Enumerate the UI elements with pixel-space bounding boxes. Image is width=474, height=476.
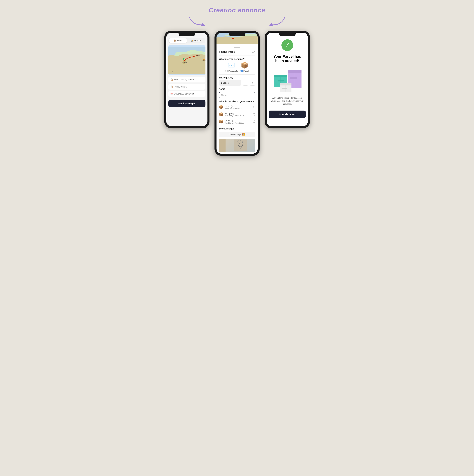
radio-other[interactable]	[253, 120, 255, 123]
boxes-illustration	[271, 67, 304, 93]
phone-1: 📦 Send 🚚 Deliver	[164, 31, 210, 128]
phone-3: ✓ Your Parcel has been created!	[265, 31, 310, 128]
date-input[interactable]: 📅 24/05/2023-25/5/2023	[168, 91, 206, 97]
divider-1	[219, 55, 255, 56]
phone-1-screen: 📦 Send 🚚 Deliver	[166, 33, 208, 126]
divider-2	[219, 74, 255, 75]
svg-point-4	[184, 58, 185, 60]
svg-point-14	[232, 38, 234, 39]
location-icon-1: 📋	[170, 78, 173, 81]
send-icon-1: 📦	[174, 39, 176, 42]
info-xlarge: i	[232, 113, 234, 115]
select-image-label: Select Image	[229, 133, 241, 136]
svg-rect-15	[234, 139, 247, 151]
parcel-step: 1/4	[252, 51, 255, 53]
parcel-icon: 📦	[241, 62, 248, 69]
size-other-icon: 📦	[219, 119, 223, 124]
sketch-illustration	[234, 139, 247, 151]
quantity-input[interactable]: 1 Boxes	[219, 80, 241, 86]
size-xlarge-icon: 📦	[219, 112, 223, 117]
section-size: What is the size of your parcel?	[219, 100, 255, 103]
success-icon: ✓	[281, 39, 293, 51]
svg-text:Palermo: Palermo	[204, 51, 205, 53]
quantity-row: 1 Boxes − +	[219, 80, 255, 86]
size-xlarge[interactable]: 📦 XLarge i Max 155Kg 150cm*150cm	[219, 111, 255, 118]
qty-minus-button[interactable]: −	[243, 80, 248, 86]
type-documents[interactable]: ✉️ Documents	[225, 62, 238, 72]
section-name: Name	[219, 88, 255, 91]
radio-large[interactable]	[253, 106, 255, 108]
location-icon-2: 📋	[170, 85, 173, 88]
documents-label: Documents	[228, 70, 238, 72]
radio-xlarge[interactable]	[253, 113, 255, 116]
image-upload-icon: 🖼️	[242, 133, 245, 136]
phone-1-notch	[178, 33, 195, 36]
img-thumb-small	[219, 139, 226, 152]
location-text-2: Tunis, Tunisia	[174, 86, 187, 88]
location-input-1[interactable]: 📋 Djerba Midun, Tunisia	[168, 77, 206, 83]
svg-rect-25	[290, 77, 297, 79]
svg-rect-21	[278, 80, 284, 82]
svg-marker-0	[201, 23, 205, 26]
back-button[interactable]: ‹	[219, 50, 220, 53]
radio-documents[interactable]	[225, 70, 228, 72]
success-description: Waiting for a transporter to accept your…	[267, 97, 308, 105]
drag-handle	[216, 44, 258, 49]
size-large-icon: 📦	[219, 105, 223, 109]
date-text: 24/05/2023-25/5/2023	[174, 93, 194, 95]
image-preview	[219, 139, 255, 152]
phone-2-screen: Palermo ‹ Send Parcel 1/4 What are you s…	[216, 33, 258, 154]
calendar-icon: 📅	[170, 93, 173, 95]
info-other: i	[231, 120, 233, 122]
radio-parcel[interactable]	[240, 70, 243, 72]
parcel-title: Send Parcel	[221, 50, 236, 53]
phones-container: 📦 Send 🚚 Deliver	[164, 31, 310, 156]
qty-plus-button[interactable]: +	[250, 80, 255, 86]
send-type-row: ✉️ Documents 📦 Parcel	[216, 62, 258, 74]
quantity-section: Entre quanty 1 Boxes − +	[216, 75, 258, 87]
location-text-1: Djerba Midun, Tunisia	[174, 78, 194, 81]
select-image-button[interactable]: Select Image 🖼️	[219, 132, 255, 137]
svg-marker-1	[269, 23, 273, 26]
section-quantity: Entre quanty	[219, 76, 255, 79]
phone-2-notch	[229, 33, 246, 36]
size-other[interactable]: 📦 Other i Max 200Kg 200cm*200cm	[219, 118, 255, 125]
parcel-label: Parcel	[244, 70, 249, 72]
deliver-icon-1: 🚚	[191, 39, 193, 42]
tab-send-1[interactable]: 📦 Send	[169, 38, 187, 43]
parcel-header: ‹ Send Parcel 1/4	[216, 49, 258, 55]
svg-text:Google: Google	[170, 71, 173, 73]
section-what-sending: What are you sending?	[216, 56, 258, 62]
phone-3-notch	[279, 33, 296, 36]
name-section: Name Name	[216, 87, 258, 99]
img-thumb-large	[226, 139, 255, 152]
section-images: Select images	[219, 127, 255, 131]
location-input-2[interactable]: 📋 Tunis, Tunisia	[168, 84, 206, 90]
page-title: Creation annonce	[209, 7, 265, 14]
phone-1-tabs: 📦 Send 🚚 Deliver	[168, 38, 206, 44]
info-large: i	[231, 105, 233, 107]
tab-deliver-1[interactable]: 🚚 Deliver	[187, 38, 205, 43]
checkmark-icon: ✓	[285, 42, 290, 48]
size-large[interactable]: 📦 Large i Max 80Kg 50cm*50cm	[219, 103, 255, 111]
sounds-good-button[interactable]: Sounds Good	[269, 111, 306, 118]
svg-rect-29	[282, 88, 287, 89]
svg-text:Tripoli: Tripoli	[202, 60, 206, 61]
arrow-right-icon	[266, 16, 286, 26]
arrow-left-icon	[188, 16, 208, 26]
type-parcel[interactable]: 📦 Parcel	[240, 62, 249, 72]
svg-text:Malta: Malta	[196, 54, 199, 56]
svg-text:Tunisia: Tunisia	[182, 61, 187, 63]
success-title: Your Parcel has been created!	[267, 54, 308, 63]
images-section: Select images Select Image 🖼️	[216, 126, 258, 154]
send-packages-button[interactable]: Send Packages	[168, 100, 206, 107]
documents-icon: ✉️	[228, 62, 235, 69]
size-section: What is the size of your parcel? 📦 Large…	[216, 99, 258, 126]
map-area-1: Palermo Malta Tunisia Tripoli Google	[168, 45, 206, 75]
phone-3-screen: ✓ Your Parcel has been created!	[267, 33, 308, 126]
phone-2: Palermo ‹ Send Parcel 1/4 What are you s…	[214, 31, 260, 156]
name-input[interactable]: Name	[219, 92, 255, 98]
